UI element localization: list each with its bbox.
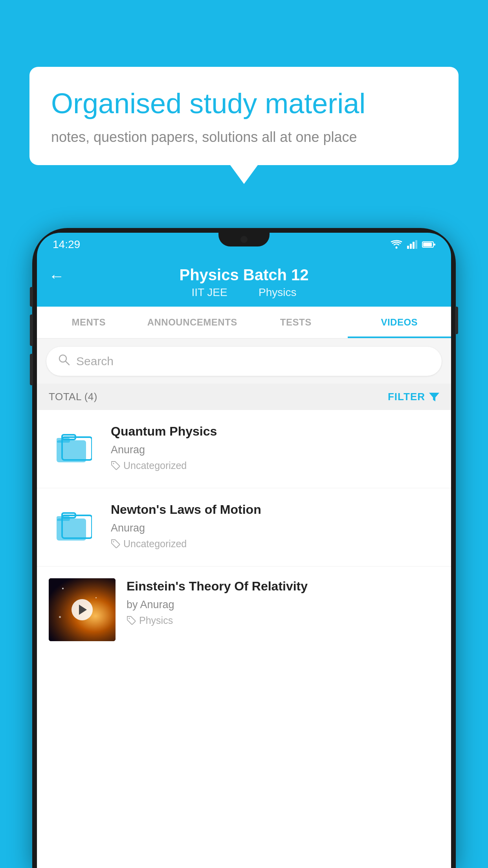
- tag-icon: [111, 539, 120, 548]
- filter-icon: [429, 393, 439, 401]
- screen-title: Physics Batch 12: [179, 266, 308, 284]
- video-tag: Uncategorized: [111, 538, 439, 550]
- video-list: Quantum Physics Anurag Uncategorized: [37, 410, 451, 653]
- star: [59, 616, 61, 618]
- star: [95, 597, 97, 598]
- tab-tests[interactable]: TESTS: [244, 307, 348, 338]
- video-author: Anurag: [111, 444, 439, 456]
- back-button[interactable]: ←: [49, 267, 64, 285]
- status-time: 14:29: [53, 238, 80, 251]
- filter-button[interactable]: FILTER: [388, 391, 439, 403]
- total-count: TOTAL (4): [49, 391, 97, 403]
- video-info: Quantum Physics Anurag Uncategorized: [111, 423, 439, 471]
- phone-frame: 14:29: [32, 228, 456, 868]
- svg-rect-2: [423, 243, 432, 246]
- speech-bubble-subtitle: notes, question papers, solutions all at…: [51, 129, 437, 145]
- mute-button: [30, 287, 33, 307]
- video-author: by Anurag: [127, 599, 439, 611]
- search-bar[interactable]: Search: [46, 347, 442, 376]
- signal-icon: [407, 240, 417, 249]
- tab-ments[interactable]: MENTS: [37, 307, 141, 338]
- status-bar: 14:29: [37, 233, 451, 256]
- folder-icon: [57, 511, 92, 543]
- svg-point-16: [113, 541, 114, 542]
- power-button: [455, 307, 458, 334]
- volume-up-button: [30, 314, 33, 346]
- svg-rect-12: [57, 519, 86, 541]
- notch: [218, 233, 270, 246]
- video-author: Anurag: [111, 522, 439, 534]
- search-container: Search: [37, 339, 451, 384]
- subtitle-physics: Physics: [259, 286, 296, 298]
- video-title: Newton's Laws of Motion: [111, 502, 439, 518]
- video-tag: Physics: [127, 615, 439, 626]
- tab-bar: MENTS ANNOUNCEMENTS TESTS VIDEOS: [37, 307, 451, 339]
- video-title: Einstein's Theory Of Relativity: [127, 578, 439, 595]
- subtitle-divider: [242, 286, 248, 298]
- list-item[interactable]: Quantum Physics Anurag Uncategorized: [37, 410, 451, 488]
- tab-announcements[interactable]: ANNOUNCEMENTS: [141, 307, 244, 338]
- folder-icon: [57, 433, 92, 465]
- svg-point-0: [396, 247, 398, 249]
- camera: [240, 236, 248, 243]
- svg-point-17: [129, 618, 130, 619]
- play-icon: [79, 605, 87, 615]
- subtitle-iitjee: IIT JEE: [191, 286, 227, 298]
- video-title: Quantum Physics: [111, 423, 439, 440]
- video-info: Newton's Laws of Motion Anurag Uncategor…: [111, 502, 439, 550]
- list-item[interactable]: Newton's Laws of Motion Anurag Uncategor…: [37, 488, 451, 566]
- volume-down-button: [30, 354, 33, 385]
- app-background: Organised study material notes, question…: [0, 0, 488, 868]
- screen-subtitle: IIT JEE Physics: [186, 286, 302, 299]
- svg-rect-7: [57, 440, 86, 462]
- folder-icon-wrap: [49, 423, 100, 474]
- play-button[interactable]: [72, 599, 93, 620]
- tab-videos[interactable]: VIDEOS: [348, 307, 451, 338]
- tag-icon: [111, 461, 120, 470]
- tag-icon: [127, 616, 136, 625]
- video-info: Einstein's Theory Of Relativity by Anura…: [127, 578, 439, 626]
- speech-bubble: Organised study material notes, question…: [29, 67, 459, 165]
- app-header: ← Physics Batch 12 IIT JEE Physics: [37, 256, 451, 307]
- speech-bubble-title: Organised study material: [51, 86, 437, 120]
- svg-point-11: [113, 463, 114, 464]
- svg-marker-6: [429, 393, 439, 401]
- svg-rect-3: [434, 244, 435, 246]
- folder-icon-wrap: [49, 502, 100, 553]
- status-icons: [391, 240, 435, 249]
- video-thumbnail: [49, 578, 116, 641]
- phone-screen: ← Physics Batch 12 IIT JEE Physics MENTS…: [37, 256, 451, 868]
- thumbnail-bg: [49, 578, 116, 641]
- svg-line-5: [66, 361, 69, 365]
- battery-icon: [422, 241, 435, 248]
- list-item[interactable]: Einstein's Theory Of Relativity by Anura…: [37, 566, 451, 653]
- search-placeholder: Search: [76, 355, 114, 368]
- wifi-icon: [391, 240, 402, 249]
- search-icon: [58, 354, 70, 369]
- star: [62, 588, 64, 589]
- video-tag: Uncategorized: [111, 460, 439, 471]
- filter-row: TOTAL (4) FILTER: [37, 384, 451, 410]
